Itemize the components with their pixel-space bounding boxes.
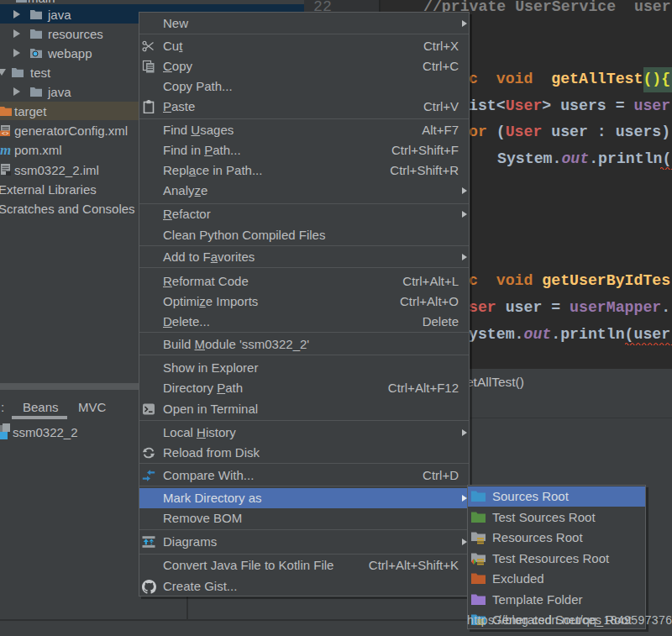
svg-text:<>: <>	[2, 130, 8, 136]
